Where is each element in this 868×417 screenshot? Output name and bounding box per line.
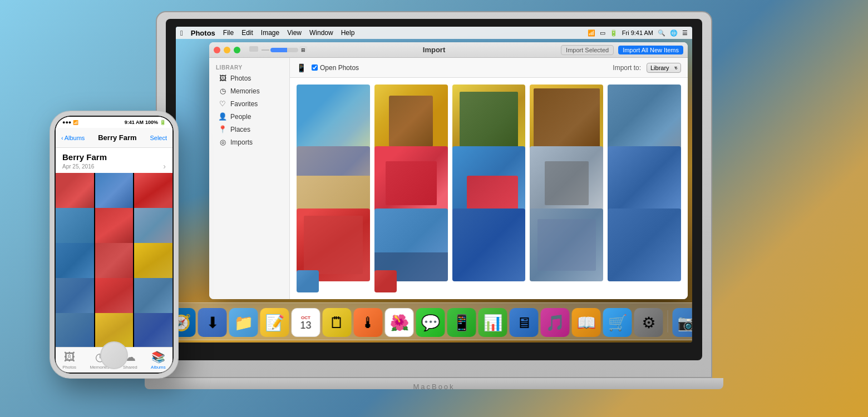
notification-icon[interactable]: ☰ (682, 29, 688, 37)
dock-notes[interactable]: 📝 (260, 308, 289, 337)
open-photos-checkbox[interactable] (312, 64, 318, 71)
iphone-photo-13[interactable] (56, 313, 94, 347)
dock-keynote[interactable]: 🖥 (510, 308, 539, 337)
sidebar-item-imports[interactable]: ◎ Imports (211, 136, 287, 148)
minimize-button[interactable] (224, 47, 230, 53)
zoom-slider[interactable] (270, 48, 298, 52)
menubar:  Photos File Edit Image View Window Hel… (176, 27, 692, 39)
dock-photos-app[interactable]: 📷 (673, 308, 693, 337)
iphone-inner: ●●● 📶 9:41 AM 100% 🔋 ‹ Albums Berry Farm… (55, 116, 174, 374)
battery-display: 100% (145, 120, 158, 125)
sidebar-item-places[interactable]: 📍 Places (211, 123, 287, 136)
zoom-icon[interactable]: ⊞ (299, 46, 307, 54)
imports-sidebar-icon: ◎ (218, 138, 227, 146)
dock-safari[interactable]: 🧭 (176, 308, 196, 337)
search-icon[interactable]: 🔍 (658, 29, 665, 37)
iphone-photo-2[interactable] (95, 173, 134, 211)
iphone-photo-6[interactable] (134, 208, 172, 246)
help-menu[interactable]: Help (341, 29, 355, 37)
sidebar-label-imports: Imports (230, 138, 253, 146)
photos-window: ⊞ Import Import Selected Import All New … (209, 42, 688, 299)
sidebar-label-people: People (230, 113, 251, 121)
iphone-photo-11[interactable] (95, 278, 134, 316)
dock-photos[interactable]: 🌺 (385, 308, 414, 337)
tab-photos[interactable]: 🖼 Photos (62, 351, 76, 370)
dock-appstore[interactable]: 🛒 (603, 308, 632, 337)
tab-photos-icon: 🖼 (64, 351, 75, 364)
sidebar-label-favorites: Favorites (230, 100, 258, 108)
photo-thumb-15[interactable] (608, 209, 681, 282)
select-button[interactable]: Select (150, 135, 167, 141)
dock-calendar[interactable]: OCT 13 (292, 308, 320, 337)
macbook:  Photos File Edit Image View Window Hel… (156, 11, 712, 411)
photo-thumb-13[interactable] (452, 209, 526, 282)
home-button[interactable] (100, 341, 128, 369)
dock-facetime[interactable]: 📱 (447, 308, 476, 337)
iphone-photo-10[interactable] (56, 278, 94, 316)
window-menu[interactable]: Window (309, 29, 333, 37)
dock-download[interactable]: ⬇ (198, 308, 227, 337)
maximize-button[interactable] (234, 47, 240, 53)
iphone-photo-4[interactable] (56, 208, 94, 246)
view-menu[interactable]: View (287, 29, 302, 37)
edit-menu[interactable]: Edit (241, 29, 253, 37)
dock-ibooks[interactable]: 📖 (572, 308, 601, 337)
sidebar-item-favorites[interactable]: ♡ Favorites (211, 97, 287, 110)
iphone-photo-15[interactable] (134, 313, 172, 347)
sidebar-toggle-icon[interactable] (249, 46, 258, 52)
iphone-photo-9[interactable] (134, 243, 172, 281)
wifi-status: 📶 (73, 120, 78, 125)
apple-menu-icon[interactable]:  (180, 29, 183, 37)
iphone-navbar: ‹ Albums Berry Farm Select (56, 128, 172, 148)
image-menu[interactable]: Image (261, 29, 279, 37)
iphone-photo-3[interactable] (134, 173, 172, 211)
titlebar-controls: Import Selected Import All New Items (561, 45, 683, 55)
dock-system-prefs[interactable]: ⚙ (634, 308, 663, 337)
close-button[interactable] (214, 47, 220, 53)
back-label: Albums (65, 135, 85, 141)
tab-albums-icon: 📚 (151, 350, 165, 364)
file-menu[interactable]: File (223, 29, 234, 37)
sidebar-label-places: Places (230, 126, 250, 133)
iphone-photo-12[interactable] (134, 278, 172, 316)
back-button[interactable]: ‹ Albums (61, 135, 85, 141)
photo-thumb-17[interactable] (374, 270, 397, 292)
open-photos-option[interactable]: Open Photos (312, 64, 359, 72)
dock-messages[interactable]: 💬 (416, 308, 445, 337)
tab-albums[interactable]: 📚 Albums (151, 350, 166, 370)
siri-icon[interactable]: 🌐 (670, 29, 678, 37)
dock-itunes[interactable]: 🎵 (541, 308, 570, 337)
battery-icon: 🔋 (610, 29, 618, 37)
dock-weather[interactable]: 🌡 (354, 308, 383, 337)
back-chevron-icon: ‹ (61, 135, 63, 141)
dock-stickies[interactable]: 🗒 (323, 308, 352, 337)
device-icon: 📱 (297, 63, 306, 72)
import-to-label: Import to: (613, 64, 641, 72)
sidebar-label-memories: Memories (230, 87, 260, 95)
sidebar-item-memories[interactable]: ◷ Memories (211, 85, 287, 97)
import-to-select[interactable]: Library (647, 63, 681, 73)
import-selected-button[interactable]: Import Selected (561, 45, 614, 55)
places-sidebar-icon: 📍 (218, 125, 227, 133)
detail-chevron-icon[interactable]: › (163, 162, 166, 171)
dock-files[interactable]: 📁 (229, 308, 258, 337)
photo-thumb-14[interactable] (530, 209, 603, 282)
iphone-photo-8[interactable] (95, 243, 134, 281)
photo-thumb-16[interactable] (297, 270, 319, 292)
iphone-photo-1[interactable] (56, 173, 94, 211)
macbook-label: MacBook (413, 383, 455, 391)
dock-numbers[interactable]: 📊 (479, 308, 507, 337)
iphone-photo-5[interactable] (95, 208, 134, 246)
import-all-button[interactable]: Import All New Items (618, 46, 683, 54)
album-header: Berry Farm Apr 25, 2016 › (56, 148, 172, 173)
dock-divider (668, 310, 668, 332)
sidebar-item-people[interactable]: 👤 People (211, 110, 287, 123)
tab-albums-label: Albums (151, 365, 166, 370)
window-title: Import (310, 46, 558, 54)
airplay-icon: ▭ (600, 29, 605, 37)
iphone-photo-7[interactable] (56, 243, 94, 281)
album-date: Apr 25, 2016 (62, 163, 94, 170)
sidebar-item-photos[interactable]: 🖼 Photos (211, 72, 287, 85)
app-name[interactable]: Photos (191, 29, 215, 37)
statusbar-right: 9:41 AM 100% 🔋 (125, 120, 166, 125)
